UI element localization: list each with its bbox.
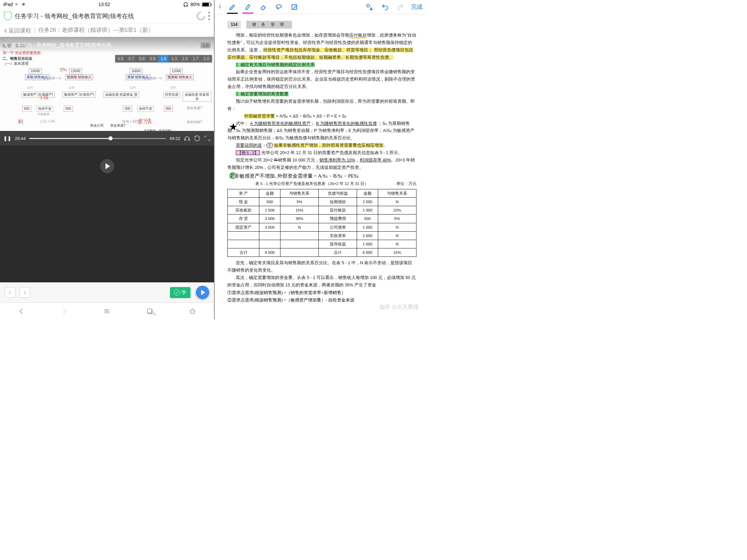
loop-icon[interactable] (194, 135, 201, 142)
home-icon[interactable] (184, 308, 201, 315)
prev-button[interactable]: ‹ (5, 287, 16, 298)
node-val: 12000 (170, 68, 183, 74)
pause-icon[interactable] (3, 136, 11, 141)
cap-src2: 资金来源? (187, 106, 202, 110)
cast-icon[interactable] (188, 42, 196, 48)
table-title: 表 5 - 1 光华公司资产负债及相关信息表（20×2 年 12 月 31 日）… (227, 180, 416, 187)
speed-row: 0.5 0.7 0.8 0.9 1.0 1.3 1.5 1.7 2.0 (115, 55, 212, 62)
menu-icon[interactable] (98, 308, 115, 315)
support-label: 支持 (27, 86, 33, 90)
device-label: iPad (3, 2, 13, 7)
definitions: 式中： A 为随销售而变化的敏感性资产； B 为随销售而变化的敏感性负债 ；S₁… (227, 120, 416, 142)
video-header: 任务学习 - 领考网校_领考教育官网|领考在线 1.0 (0, 37, 214, 53)
wifi-icon (15, 2, 20, 7)
heading-2: 2. 确定有关项目与销售额的稳定比例关系 (227, 61, 416, 69)
handwritten-bottom: ①需求点需求(根据销售预测) =（销售的资需求率×新增销售） (227, 289, 416, 297)
occupy-label: 占用 +100 (40, 119, 55, 124)
speed-1.3[interactable]: 1.3 (169, 55, 180, 62)
speed-0.5[interactable]: 0.5 (115, 55, 126, 62)
page-title: 任务学习 - 领考网校_领考教育官网|领考在线 (15, 12, 194, 20)
done-button[interactable]: 完成 (411, 3, 422, 11)
svg-rect-1 (188, 139, 189, 141)
paragraph: 预计由于销售增长而需要的资金需求增长额，扣除利润留存后，即为所需要的外部筹资额。… (227, 98, 416, 113)
node-eq: 金融负债 权益资金 (103, 92, 135, 98)
node-val: 600 (64, 106, 73, 112)
speed-2.0[interactable]: 2.0 (201, 55, 212, 62)
nav-back-icon[interactable] (13, 308, 30, 315)
node-eq: 金融负债 权益资金 (183, 92, 211, 102)
battery-pct: 80% (190, 2, 200, 7)
back-to-course[interactable]: 返回课程 (4, 25, 31, 35)
edit-tool[interactable] (289, 2, 299, 12)
undo-tool[interactable] (380, 2, 390, 12)
paragraph: 增加，相应的经营性短期债务也会增加，如存货增加会导致应付账款增加，此类债务称为"… (227, 32, 416, 61)
paragraph: 其次，确定需要增加的资金量。从表 5 - 1 可以看出，销售收入每增加 100 … (227, 274, 416, 289)
speed-1.7[interactable]: 1.7 (190, 55, 201, 62)
example: 【例 5 - 2】 光华公司 20×2 年 12 月 31 日的简要资产负债及相… (227, 150, 416, 157)
speed-1.5[interactable]: 1.5 (180, 55, 190, 62)
node-assets: 敏感资产 (长期资产) (62, 92, 96, 98)
formula: 外部融资需求量 = A/S₁ × ΔS − B/S₁ × ΔS − P × E … (227, 113, 416, 120)
loading-icon: ✳︎ (22, 2, 26, 7)
task-breadcrumb: 任务26：老师课程（精讲班）---第5章1（新） (38, 26, 154, 34)
more-icon[interactable] (208, 12, 210, 20)
page-number: 114 (227, 21, 241, 29)
cap-use: 资金占用 (90, 123, 103, 128)
seek-bar[interactable] (29, 138, 166, 139)
svg-rect-7 (292, 5, 297, 9)
node-known: 已知条件 (36, 112, 51, 117)
seek-thumb[interactable] (108, 136, 112, 140)
note-page[interactable]: 114 财 务 管 理 增加，相应的经营性短期债务也会增加，如存货增加会导致应付… (215, 14, 426, 319)
note-line: 需要说明的是：① 如果非敏感性资产增加，则外部筹资需要量也应相应增加。 (227, 142, 416, 150)
speed-1.0[interactable]: 1.0 (158, 55, 169, 62)
pct-label: 销售预测 + % (144, 76, 162, 81)
paragraph: 首先，确定有关项目及其与销售额的关系百分比。在表 5 - 1 中，N 表示不变动… (227, 260, 416, 274)
headphones-icon (183, 2, 188, 7)
left-pane: iPad ✳︎ 13:52 80% 任务学习 - 领考网校_领考教育官网|领考在… (0, 0, 215, 319)
lasso-tool[interactable] (274, 2, 283, 12)
speed-0.9[interactable]: 0.9 (148, 55, 158, 62)
learn-button[interactable]: 学 (170, 287, 190, 298)
redo-tool[interactable] (396, 2, 405, 12)
play-button[interactable] (100, 159, 114, 173)
nav-forward-icon[interactable] (56, 308, 73, 315)
node-val: 10000 (29, 68, 42, 74)
speed-0.8[interactable]: 0.8 (137, 55, 148, 62)
play-fab[interactable] (196, 286, 209, 299)
highlighter-tool[interactable] (243, 2, 253, 12)
svg-point-6 (276, 5, 281, 8)
eraser-tool[interactable] (259, 2, 268, 12)
pen-tool[interactable] (228, 2, 237, 12)
support-label: 支持 (130, 86, 136, 90)
video-black-area[interactable] (0, 146, 214, 282)
auto-label: 自动 + 60 (122, 119, 137, 124)
page-heading: 财 务 管 理 (246, 21, 292, 29)
browser-tabbar: 6 (0, 302, 214, 319)
breadcrumb: 返回课程 | 任务26：老师课程（精讲班）---第5章1（新） (0, 24, 214, 37)
shield-icon[interactable] (4, 12, 11, 21)
support-label: 支持 (170, 86, 176, 90)
speed-0.7[interactable]: 0.7 (126, 55, 137, 62)
node-keep: 保持不变 (137, 106, 154, 112)
audio-icon[interactable] (184, 135, 190, 142)
total-time: 49:32 (169, 136, 180, 141)
tabs-icon[interactable]: 6 (141, 308, 158, 315)
cap-struct: 资本结构? (187, 120, 202, 125)
next-button[interactable]: › (20, 287, 30, 298)
shapes-tool[interactable] (365, 2, 374, 12)
node-pred-sales: 预测期 销售收入 (65, 74, 93, 80)
node-val: 10000 (130, 68, 143, 74)
right-pane: ᚼ 完成 114 财 务 管 理 增加，相应的经营性短期债务也会增加，如存货增加… (215, 0, 426, 319)
handwriting: 利 (18, 118, 23, 125)
active-fin: 主动融资（先内后外） (144, 129, 174, 131)
cap-src: 资金来源? (110, 123, 126, 128)
svg-rect-5 (148, 309, 152, 313)
star-icon: ★ (229, 118, 238, 136)
speed-badge[interactable]: 1.0 (201, 42, 211, 48)
close-icon[interactable] (3, 41, 12, 49)
fullscreen-icon[interactable] (204, 135, 211, 142)
node-keep: 保持不变 (36, 106, 53, 112)
node-val: 360 (164, 106, 173, 112)
node-val: 12000 (69, 68, 82, 74)
refresh-icon[interactable] (195, 10, 207, 22)
